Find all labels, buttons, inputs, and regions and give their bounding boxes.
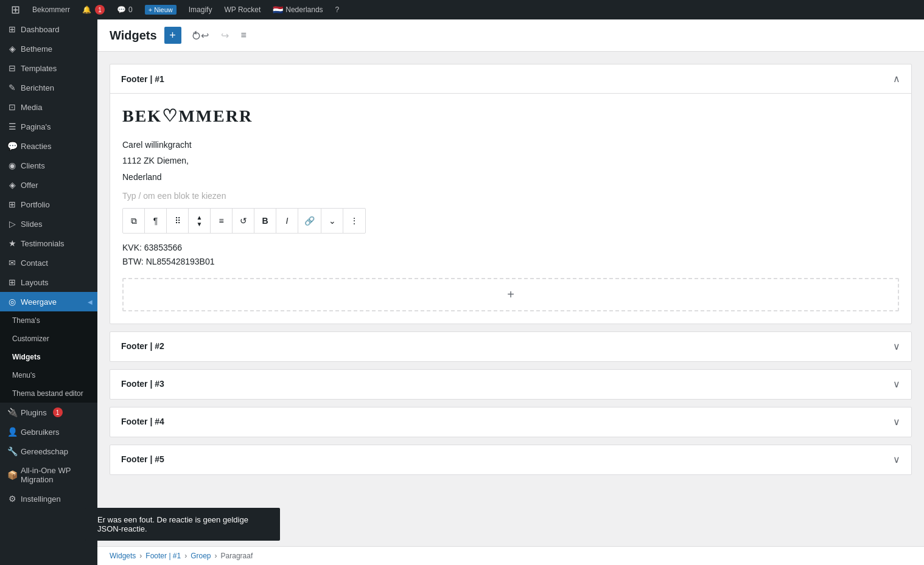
sidebar-item-menus[interactable]: Menu's [0, 366, 97, 384]
widget-area-footer-4-header[interactable]: Footer | #4 ∨ [110, 407, 911, 437]
main-content: Footer | #1 ∧ BEK♡MMERR Carel willinkgra… [97, 52, 924, 546]
admin-bar-updates[interactable]: 🔔 1 [76, 0, 111, 19]
breadcrumb-groep[interactable]: Groep [191, 552, 211, 560]
gereedschap-icon: 🔧 [7, 446, 17, 456]
toolbar-bold-btn[interactable]: B [254, 209, 276, 233]
widget-area-footer-4-toggle: ∨ [893, 416, 900, 428]
sidebar-item-slides[interactable]: ▷ Slides [0, 214, 97, 234]
sidebar-item-dashboard[interactable]: ⊞ Dashboard [0, 19, 97, 39]
betheme-icon: ◈ [7, 44, 17, 54]
offer-icon: ◈ [7, 180, 17, 190]
sidebar-submenu-weergave: Thema's Customizer Widgets Menu's Thema … [0, 311, 97, 403]
admin-bar-imagify[interactable]: Imagify [183, 0, 219, 19]
admin-bar-comments[interactable]: 💬 0 [111, 0, 139, 19]
toolbar-options-btn[interactable]: ⋮ [343, 209, 365, 233]
admin-bar-lang[interactable]: 🇳🇱 Nederlands [267, 0, 329, 19]
sidebar-item-widgets[interactable]: Widgets [0, 348, 97, 366]
widget-area-footer-4-title: Footer | #4 [121, 417, 164, 426]
address-line-3: Nederland [122, 170, 899, 184]
templates-icon: ⊟ [7, 63, 17, 73]
migration-icon: 📦 [7, 470, 17, 480]
admin-bar-wp-rocket[interactable]: WP Rocket [218, 0, 267, 19]
weergave-arrow: ◀ [88, 299, 93, 305]
add-block-button[interactable]: + [122, 278, 899, 311]
widget-area-footer-5-toggle: ∨ [893, 454, 900, 465]
widget-area-footer-3-title: Footer | #3 [121, 379, 164, 389]
sidebar-item-plugins[interactable]: 🔌 Plugins 1 [0, 403, 97, 422]
undo-button[interactable]: ↩ [189, 27, 211, 44]
menu-button[interactable]: ≡ [239, 27, 249, 43]
sidebar-item-reacties[interactable]: 💬 Reacties [0, 136, 97, 156]
contact-icon: ✉ [7, 258, 17, 268]
address-line-1: Carel willinkgracht [122, 138, 899, 151]
kvk-line: KVK: 63853566 [122, 241, 899, 254]
sidebar-item-gereedschap[interactable]: 🔧 Gereedschap [0, 442, 97, 461]
sidebar-item-paginas[interactable]: ☰ Pagina's [0, 117, 97, 136]
breadcrumb-paragraaf: Paragraaf [221, 552, 253, 560]
page-title: Widgets [110, 29, 157, 43]
reacties-icon: 💬 [7, 141, 17, 151]
paginas-icon: ☰ [7, 122, 17, 131]
block-toolbar: ⧉ ¶ ⠿ ▲▼ ≡ ↺ B I 🔗 ⌄ ⋮ [122, 208, 366, 234]
toolbar-move-btn[interactable]: ▲▼ [189, 209, 211, 233]
sidebar-item-theme-file-editor[interactable]: Thema bestand editor [0, 384, 97, 403]
widget-area-footer-2: Footer | #2 ∨ [110, 331, 912, 362]
add-widget-button[interactable]: + [164, 27, 181, 44]
clients-icon: ◉ [7, 161, 17, 170]
toolbar-link-btn[interactable]: 🔗 [298, 209, 321, 233]
toolbar-drag-btn[interactable]: ⠿ [167, 209, 189, 233]
sidebar-item-media[interactable]: ⊡ Media [0, 97, 97, 117]
widget-area-footer-1-toggle: ∧ [893, 73, 900, 85]
admin-bar-site-name[interactable]: Bekommerr [26, 0, 76, 19]
widget-area-footer-5-header[interactable]: Footer | #5 ∨ [110, 445, 911, 474]
sidebar-item-weergave[interactable]: ◎ Weergave ◀ [0, 292, 97, 311]
widget-area-footer-1-title: Footer | #1 [121, 74, 164, 84]
toolbar-italic-btn[interactable]: I [276, 209, 298, 233]
page-header: Widgets + ↩ ↪ ≡ [97, 19, 924, 52]
weergave-icon: ◎ [7, 297, 17, 307]
updates-badge: 1 [95, 5, 105, 15]
sidebar-item-betheme[interactable]: ◈ Betheme [0, 39, 97, 58]
sidebar-item-gebruikers[interactable]: 👤 Gebruikers [0, 422, 97, 442]
widget-area-footer-3-toggle: ∨ [893, 378, 900, 390]
sidebar-item-offer[interactable]: ◈ Offer [0, 175, 97, 195]
widget-area-footer-5: Footer | #5 ∨ [110, 445, 912, 475]
admin-bar: ⊞ Bekommerr 🔔 1 💬 0 + Nieuw Imagify WP R… [0, 0, 924, 19]
btw-line: BTW: NL855428193B01 [122, 255, 899, 268]
breadcrumb-widgets[interactable]: Widgets [110, 552, 136, 560]
redo-button[interactable]: ↪ [219, 27, 231, 44]
toolbar-copy-btn[interactable]: ⧉ [123, 209, 145, 233]
toolbar-more-btn[interactable]: ⌄ [321, 209, 343, 233]
sidebar-item-themas[interactable]: Thema's [0, 311, 97, 330]
sidebar-item-templates[interactable]: ⊟ Templates [0, 58, 97, 78]
instellingen-icon: ⚙ [7, 494, 17, 504]
slides-icon: ▷ [7, 219, 17, 229]
widget-area-footer-1-header[interactable]: Footer | #1 ∧ [110, 64, 911, 94]
admin-bar-new[interactable]: + Nieuw [139, 0, 183, 19]
widget-area-footer-2-header[interactable]: Footer | #2 ∨ [110, 332, 911, 361]
widget-area-footer-4: Footer | #4 ∨ [110, 407, 912, 437]
sidebar-item-testimonials[interactable]: ★ Testimonials [0, 234, 97, 253]
sidebar-item-layouts[interactable]: ⊞ Layouts [0, 272, 97, 292]
media-icon: ⊡ [7, 102, 17, 112]
admin-bar-wp-logo[interactable]: ⊞ [5, 0, 26, 19]
toolbar-paragraph-btn[interactable]: ¶ [145, 209, 167, 233]
sidebar-item-berichten[interactable]: ✎ Berichten [0, 78, 97, 97]
sidebar-item-portfolio[interactable]: ⊞ Portfolio [0, 195, 97, 214]
sidebar-item-contact[interactable]: ✉ Contact [0, 253, 97, 272]
breadcrumb-sep-2: › [184, 552, 187, 560]
breadcrumb: Widgets › Footer | #1 › Groep › Paragraa… [97, 546, 924, 565]
toolbar-reusable-btn[interactable]: ↺ [233, 209, 254, 233]
toolbar-align-btn[interactable]: ≡ [211, 209, 233, 233]
widget-area-footer-3-header[interactable]: Footer | #3 ∨ [110, 370, 911, 399]
dashboard-icon: ⊞ [7, 24, 17, 34]
admin-bar-help[interactable]: ? [329, 0, 346, 19]
sidebar-item-all-in-one[interactable]: 📦 All-in-One WP Migration [0, 461, 97, 489]
sidebar-item-customizer[interactable]: Customizer [0, 330, 97, 348]
address-line-2: 1112 ZK Diemen, [122, 154, 899, 167]
sidebar-item-instellingen[interactable]: ⚙ Instellingen [0, 489, 97, 508]
block-placeholder[interactable]: Typ / om een blok te kiezen [122, 191, 899, 201]
sidebar: ⊞ Dashboard ◈ Betheme ⊟ Templates ✎ Beri… [0, 19, 97, 565]
sidebar-item-clients[interactable]: ◉ Clients [0, 156, 97, 175]
breadcrumb-footer-1[interactable]: Footer | #1 [145, 552, 181, 560]
